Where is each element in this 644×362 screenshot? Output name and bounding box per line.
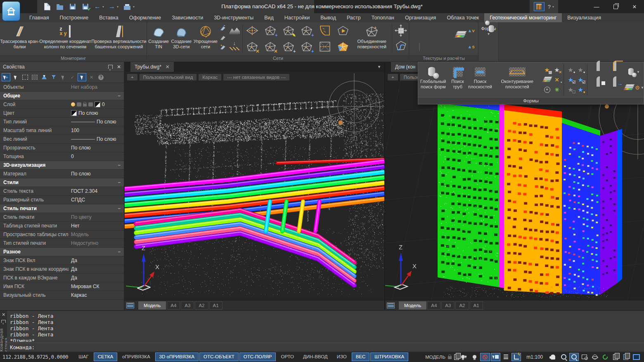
ribbon-tab-8[interactable]: Вывод xyxy=(315,13,341,22)
layout-tab-A2[interactable]: A2 xyxy=(455,301,469,310)
property-value[interactable]: 0 xyxy=(69,154,124,159)
property-row-10[interactable]: МатериалПо слою xyxy=(0,170,124,178)
property-value[interactable]: Каркас xyxy=(69,292,124,298)
quick-properties-icon[interactable] xyxy=(78,73,86,81)
close-button[interactable]: ✕ xyxy=(625,0,644,13)
close-tab-icon[interactable]: ✕ xyxy=(166,64,170,70)
open-file-icon[interactable] xyxy=(56,2,64,11)
copy-view-icon[interactable] xyxy=(621,353,631,361)
document-tab-pipes[interactable]: Трубы.dwg* ✕ xyxy=(130,62,174,72)
layout-tab-Модель[interactable]: Модель xyxy=(138,301,166,310)
property-row-17[interactable]: Пространство таблицы стилей...Модель xyxy=(0,230,124,239)
redo-dropdown-icon[interactable]: ▾ xyxy=(117,5,118,9)
zoom-rect-icon[interactable] xyxy=(580,353,589,361)
close-panel-icon[interactable]: ✕ xyxy=(117,64,121,70)
collapse-icon[interactable]: − xyxy=(118,180,121,185)
minimize-button[interactable]: — xyxy=(587,0,606,13)
status-toggle-СЕТКА[interactable]: СЕТКА xyxy=(94,353,117,361)
star-edit-icon[interactable]: ★▤ xyxy=(542,65,552,74)
property-category-9[interactable]: 3D-визуализация− xyxy=(0,161,124,170)
star-delete-icon[interactable]: ★✕ xyxy=(552,65,561,74)
merge-surfaces-button[interactable]: + Объединение поверхностей xyxy=(353,23,391,54)
layout-tab-Модель[interactable]: Модель xyxy=(399,301,426,310)
plane-search-button[interactable]: Поиск плоскостей xyxy=(467,62,493,97)
viewport-button-2[interactable]: Каркас xyxy=(199,74,221,80)
cursor-save-icon[interactable] xyxy=(491,353,500,361)
property-value[interactable]: Мировая СК xyxy=(69,284,124,289)
pan-icon[interactable] xyxy=(548,353,558,361)
ribbon-tab-4[interactable]: Зависимости xyxy=(166,13,208,22)
mesh-add-vertex-icon[interactable]: + xyxy=(262,23,279,38)
ribbon-tab-3[interactable]: Оформление xyxy=(124,13,167,22)
property-value[interactable]: По слою xyxy=(69,110,124,116)
store-button[interactable] xyxy=(534,2,545,11)
mesh-edit-icon[interactable]: ✎ xyxy=(280,23,297,38)
volume-v-icon[interactable]: ▲V xyxy=(468,28,475,33)
create-3d-mesh-button[interactable]: Создание 3D-сети xyxy=(170,23,193,54)
collapse-icon[interactable]: − xyxy=(118,162,121,168)
pipe-search-button[interactable]: Поиск труб xyxy=(448,62,467,97)
property-value[interactable]: По цвету xyxy=(69,214,124,220)
property-category-19[interactable]: Разное− xyxy=(0,248,124,256)
new-file-icon[interactable] xyxy=(43,2,51,11)
property-row-13[interactable]: Размерный стильСПДС xyxy=(0,196,124,204)
property-value[interactable]: По слою xyxy=(69,145,124,151)
property-value[interactable]: Нет xyxy=(69,223,124,229)
star-bulb-off-icon[interactable]: ★● xyxy=(566,65,575,74)
filter-select-icon[interactable] xyxy=(49,73,58,81)
mesh-delete-vertex-icon[interactable]: ✕ xyxy=(244,39,261,54)
status-toggle-ШАГ[interactable]: ШАГ xyxy=(74,353,92,361)
property-row-15[interactable]: Стиль печатиПо цвету xyxy=(0,213,124,222)
shapes-dropdown-icon[interactable]: ▼ xyxy=(487,32,490,36)
property-value[interactable]: Да xyxy=(69,266,124,272)
layer-on-icon[interactable] xyxy=(71,102,75,106)
regen-icon[interactable] xyxy=(600,353,610,361)
layer-freeze-icon[interactable] xyxy=(77,102,81,106)
create-tin-button[interactable]: Создание TIN xyxy=(147,23,170,54)
pipe-corner-arrow-icon[interactable] xyxy=(613,80,616,95)
add-selection-icon[interactable]: + xyxy=(2,73,10,81)
orbit-icon[interactable] xyxy=(590,353,599,361)
ribbon-tab-13[interactable]: Геотехнический мониторинг xyxy=(484,13,562,22)
flatten-tool-icon[interactable] xyxy=(219,24,227,32)
customize-toolbar-icon[interactable]: ▾ xyxy=(133,5,135,9)
property-category-1[interactable]: Общие− xyxy=(0,92,124,100)
window-select-icon[interactable] xyxy=(21,73,29,81)
mesh-add-break-icon[interactable]: + xyxy=(298,23,315,38)
property-row-4[interactable]: Тип линийПо слою xyxy=(0,118,124,126)
property-value[interactable]: 0 xyxy=(69,102,124,107)
property-value[interactable]: Да xyxy=(69,275,124,281)
ribbon-tab-6[interactable]: Вид xyxy=(259,13,279,22)
status-toggle-3D оПРИВЯЗКА[interactable]: 3D оПРИВЯЗКА xyxy=(155,353,199,361)
status-toggle-ОТС-ОБЪЕКТ[interactable]: ОТС-ОБЪЕКТ xyxy=(199,353,239,361)
layout-list-icon[interactable] xyxy=(126,303,134,308)
pin-command-icon[interactable] xyxy=(1,320,6,323)
simplify-mesh-button[interactable]: Упрощение сети xyxy=(193,23,218,54)
property-row-0[interactable]: ОбъектыНет набора xyxy=(0,83,124,92)
status-toggle-ДИН-ВВОД[interactable]: ДИН-ВВОД xyxy=(299,353,332,361)
property-value[interactable]: Модель xyxy=(69,232,124,237)
property-value[interactable]: СПДС xyxy=(69,197,124,203)
model-space-label[interactable]: МОДЕЛЬ xyxy=(425,355,445,360)
property-row-8[interactable]: Толщина0 xyxy=(0,152,124,161)
surfaces-settings-icon[interactable]: ⚙▼ xyxy=(624,80,644,95)
layers-copy-icon[interactable] xyxy=(542,75,552,84)
apply-select-icon[interactable]: ✓ xyxy=(68,73,77,81)
viewport-button-3[interactable]: --- нет связанных видов --- xyxy=(223,74,289,80)
annotation-visibility-icon[interactable] xyxy=(459,353,469,361)
viewport-button-0[interactable]: + xyxy=(388,74,398,80)
layer-lock-icon[interactable] xyxy=(83,104,87,106)
clear-selection-icon[interactable]: ✕ xyxy=(87,73,96,81)
mesh-section-axis-icon[interactable] xyxy=(244,23,261,38)
pipe-corner-square-icon[interactable] xyxy=(597,80,600,95)
undo-dropdown-icon[interactable]: ▾ xyxy=(102,5,104,9)
crane-beam-tracing-button[interactable]: Трассировка кран-балки xyxy=(0,23,39,54)
star-box-off-icon[interactable]: ★☐ xyxy=(566,85,575,94)
close-command-icon[interactable]: ✕ xyxy=(2,312,5,317)
print-icon[interactable] xyxy=(123,2,131,11)
property-row-21[interactable]: Знак ПСК в начале координатДа xyxy=(0,265,124,274)
ribbon-tab-14[interactable]: Визуализация xyxy=(562,13,606,22)
move-surface-icon[interactable] xyxy=(395,24,407,38)
status-toggle-ОРТО[interactable]: ОРТО xyxy=(277,353,298,361)
property-row-23[interactable]: Имя ПСКМировая СК xyxy=(0,282,124,291)
